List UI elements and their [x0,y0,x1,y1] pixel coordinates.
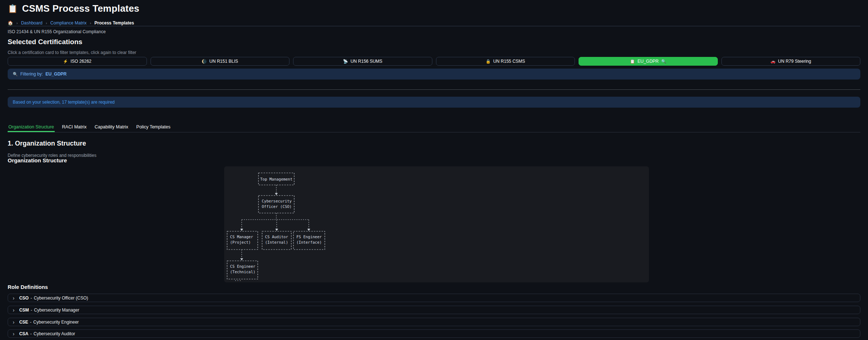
certification-cards-row: ⚡ ISO 26262 🌘 UN R151 BLIS 📡 UN R156 SUM… [8,57,860,66]
cert-card-un-r79-steering[interactable]: 🚗 UN R79 Steering [721,57,861,66]
arrow-down-icon [307,229,310,231]
org-chart-ellipsis: ... [234,277,241,282]
cert-card-eu-gdpr[interactable]: 📋 EU_GDPR 🔍 [579,57,718,66]
certifications-heading: Selected Certifications [8,38,82,46]
breadcrumb-separator-icon: › [90,21,91,25]
arrow-down-icon [240,258,243,260]
role-name: Cybersecurity Manager [34,308,79,313]
role-separator: - [30,331,32,336]
org-box-label: (Internal) [265,240,288,244]
cert-card-label: EU_GDPR [638,59,659,64]
org-box-label: (Interface) [296,240,322,244]
chevron-right-icon: › [13,295,15,301]
breadcrumb-separator-icon: › [46,21,47,25]
role-row-cso[interactable]: › CSO - Cybersecurity Officer (CSO) [8,294,860,302]
cert-card-label: ISO 26262 [70,59,91,64]
role-row-csa[interactable]: › CSA - Cybersecurity Auditor [8,329,860,338]
org-box-label: CS Manager [230,235,253,239]
cert-card-un-r151-blis[interactable]: 🌘 UN R151 BLIS [151,57,290,66]
chevron-right-icon: › [13,331,15,336]
section-divider [8,89,860,90]
role-row-csm[interactable]: › CSM - Cybersecurity Manager [8,306,860,314]
cert-card-label: UN R79 Steering [778,59,811,64]
role-definitions-heading: Role Definitions [8,284,48,290]
role-code: CSO [19,295,29,301]
satellite-icon: 📡 [343,59,348,63]
role-separator: - [31,295,32,301]
org-box-label: FS Engineer [296,235,322,239]
filter-status-bar: 🔍 Filtering by: EU_GDPR [8,69,860,80]
org-box-label: Officer (CSO) [262,204,292,209]
cert-card-label: UN R155 CSMS [493,59,525,64]
clipboard-icon: 📋 [630,59,635,63]
cert-card-iso-26262[interactable]: ⚡ ISO 26262 [8,57,147,66]
role-code: CSM [19,308,29,313]
cert-card-label: UN R156 SUMS [350,59,382,64]
org-chart-panel: Top Management Cybersecurity Officer (CS… [224,166,649,282]
breadcrumb-separator-icon: › [16,21,18,25]
org-box-label: (Project) [230,240,251,244]
home-icon[interactable]: 🏠 [8,20,13,26]
tab-organization-structure[interactable]: Organization Structure [8,124,55,132]
header-divider [8,26,860,26]
role-separator: - [30,320,31,325]
magnifier-icon: 🔍 [661,59,666,63]
page-subtitle: ISO 21434 & UN R155 Organizational Compl… [8,29,106,34]
section-heading: 1. Organization Structure [8,140,86,147]
page-header: 📋 CSMS Process Templates [8,3,139,14]
clipboard-icon: 📋 [8,3,17,14]
tab-bar: Organization Structure RACI Matrix Capab… [8,124,860,132]
moon-icon: 🌘 [202,59,207,63]
role-code: CSE [19,320,28,325]
org-box-label: Top Management [260,177,293,181]
org-box-label: (Technical) [230,270,256,274]
arrow-down-icon [275,229,278,231]
filter-value: EU_GDPR [46,72,67,77]
role-name: Cybersecurity Auditor [34,331,75,336]
org-chart-heading: Organization Structure [8,157,67,163]
filter-label: Filtering by: [20,72,43,77]
org-box-label: CS Auditor [265,235,288,239]
role-separator: - [31,308,32,313]
chevron-right-icon: › [13,308,15,313]
role-name: Cybersecurity Engineer [33,320,79,325]
breadcrumb-item-compliance-matrix[interactable]: Compliance Matrix [50,20,86,26]
arrow-down-icon [240,229,243,231]
breadcrumb-item-process-templates: Process Templates [94,20,134,26]
info-text: Based on your selection, 17 template(s) … [13,100,115,105]
arrow-down-icon [275,193,278,195]
car-icon: 🚗 [771,59,776,63]
magnifier-icon: 🔍 [13,72,18,77]
template-count-info-bar: Based on your selection, 17 template(s) … [8,97,860,108]
role-name: Cybersecurity Officer (CSO) [34,295,88,301]
breadcrumb-item-dashboard[interactable]: Dashboard [21,20,43,26]
tab-raci-matrix[interactable]: RACI Matrix [61,124,87,132]
cert-card-un-r155-csms[interactable]: 🔒 UN R155 CSMS [436,57,575,66]
org-box-label: CS Engineer [230,264,256,268]
breadcrumb: 🏠 › Dashboard › Compliance Matrix › Proc… [8,20,134,26]
tab-capability-matrix[interactable]: Capability Matrix [94,124,129,132]
page-title: CSMS Process Templates [22,3,139,14]
certifications-hint: Click a certification card to filter tem… [8,50,136,55]
org-chart-svg: Top Management Cybersecurity Officer (CS… [224,166,649,282]
role-code: CSA [19,331,28,336]
tab-policy-templates[interactable]: Policy Templates [136,124,171,132]
cert-card-un-r156-sums[interactable]: 📡 UN R156 SUMS [293,57,432,66]
org-box-label: Cybersecurity [262,199,292,203]
lightning-icon: ⚡ [63,59,68,63]
cert-card-label: UN R151 BLIS [209,59,238,64]
role-row-cse[interactable]: › CSE - Cybersecurity Engineer [8,318,860,326]
lock-icon: 🔒 [486,59,491,63]
chevron-right-icon: › [13,320,15,325]
